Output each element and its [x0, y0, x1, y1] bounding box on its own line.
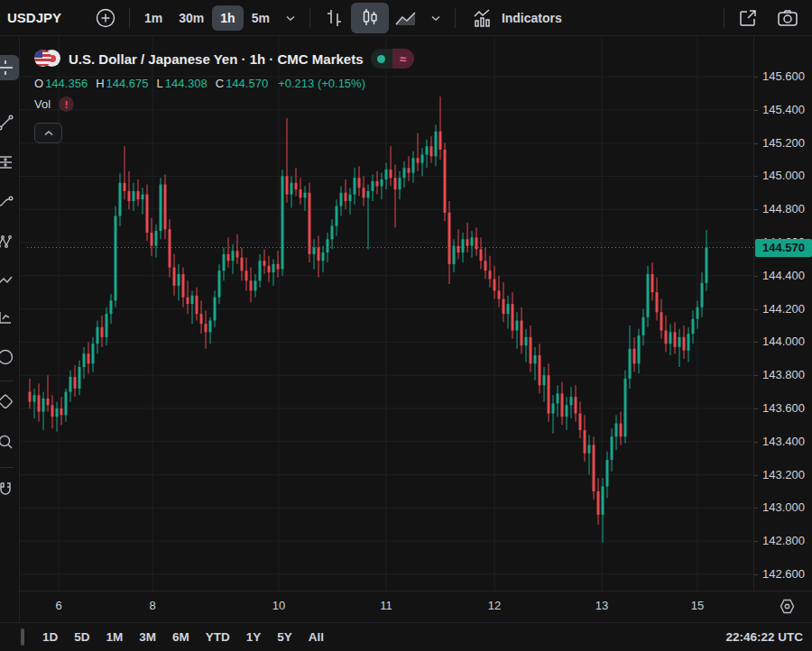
- compare-add-symbol-button[interactable]: [88, 5, 123, 31]
- price-tag-tool-button[interactable]: [0, 390, 19, 415]
- brush-tool-button[interactable]: [0, 189, 19, 215]
- timeframe-30m-button[interactable]: 30m: [171, 5, 212, 31]
- candle-down: [137, 191, 140, 199]
- drawing-toolbar: [0, 36, 20, 622]
- bar-chart-style-button[interactable]: [317, 5, 351, 31]
- candle-down: [494, 279, 496, 290]
- candle-up: [83, 353, 86, 367]
- candle-down: [88, 353, 90, 363]
- candle-down: [660, 312, 663, 330]
- bottom-toolbar: 1D 5D 1M 3M 6M YTD 1Y 5Y All 22:46:22 UT…: [0, 622, 812, 651]
- low-value: 144.308: [165, 77, 208, 90]
- candle-up: [624, 379, 627, 436]
- range-1d-button[interactable]: 1D: [34, 627, 66, 648]
- indicators-button[interactable]: Indicators: [462, 5, 571, 31]
- candle-up: [254, 280, 257, 290]
- candle-down: [417, 158, 420, 163]
- candle-down: [358, 178, 361, 188]
- candle-up: [615, 424, 618, 437]
- emoji-circle-icon: [0, 348, 14, 366]
- candle-down: [173, 268, 176, 286]
- candle-up: [453, 246, 456, 264]
- forecast-tool-button[interactable]: [0, 305, 19, 330]
- candle-up: [687, 334, 690, 350]
- toolbar-divider: [0, 467, 14, 468]
- timeframe-1h-button[interactable]: 1h: [212, 5, 243, 31]
- candle-down: [300, 189, 302, 197]
- candle-down: [656, 292, 659, 312]
- chart-style-menu-button[interactable]: [423, 5, 448, 31]
- camera-snapshot-button[interactable]: [770, 5, 805, 31]
- xabcd-pattern-tool-button[interactable]: [0, 229, 19, 254]
- collapse-legend-button[interactable]: [34, 123, 62, 143]
- candle-up: [525, 337, 528, 345]
- range-1y-button[interactable]: 1Y: [238, 627, 270, 648]
- candle-down: [444, 150, 447, 213]
- symbol-title[interactable]: U.S. Dollar / Japanese Yen · 1h · CMC Ma…: [69, 51, 364, 67]
- candle-down: [408, 168, 411, 173]
- range-6m-button[interactable]: 6M: [164, 627, 198, 648]
- candle-down: [430, 146, 433, 156]
- price-axis[interactable]: 144.570 145.600145.400145.200145.000144.…: [753, 36, 812, 591]
- time-axis[interactable]: 681011121315: [20, 591, 812, 622]
- candlestick-style-button[interactable]: [351, 3, 389, 33]
- currency-pair-flags-icon: [34, 50, 61, 68]
- candle-up: [259, 261, 262, 280]
- axis-settings-button[interactable]: [778, 597, 797, 616]
- candle-down: [597, 491, 600, 515]
- candle-down: [263, 261, 266, 266]
- candle-up: [701, 283, 704, 307]
- range-5y-button[interactable]: 5Y: [269, 627, 300, 648]
- candle-up: [142, 195, 144, 200]
- price-tick-label: 144.200: [754, 301, 812, 317]
- open-in-new-window-button[interactable]: [731, 5, 765, 31]
- candle-up: [69, 377, 72, 392]
- range-3m-button[interactable]: 3M: [131, 627, 164, 648]
- fib-retracement-tool-button[interactable]: [0, 150, 19, 175]
- candle-up: [692, 319, 695, 335]
- long-short-position-tool-button[interactable]: [0, 269, 19, 294]
- candle-down: [512, 304, 514, 330]
- candle-up: [381, 179, 383, 186]
- delayed-data-icon: ≈: [392, 49, 414, 69]
- timeframe-menu-button[interactable]: [278, 5, 303, 31]
- timeframe-1m-button[interactable]: 1m: [136, 5, 171, 31]
- candle-down: [318, 248, 320, 261]
- range-all-button[interactable]: All: [300, 627, 332, 648]
- candle-down: [196, 296, 198, 314]
- drawing-toolbar-handle[interactable]: [21, 628, 24, 646]
- candle-down: [480, 249, 483, 261]
- session-clock[interactable]: 22:46:22 UTC: [725, 630, 803, 644]
- market-status-pill[interactable]: ≈: [371, 49, 414, 69]
- indicators-label: Indicators: [502, 11, 562, 25]
- crosshair-tool-button[interactable]: [0, 55, 19, 80]
- candle-down: [633, 349, 636, 364]
- area-chart-style-button[interactable]: [389, 5, 423, 31]
- fib-retracement-icon: [0, 153, 14, 171]
- toolbar-divider: [309, 8, 310, 28]
- candle-down: [227, 254, 230, 261]
- volume-indicator-label[interactable]: Vol: [34, 97, 51, 111]
- candle-up: [160, 185, 162, 232]
- range-5d-button[interactable]: 5D: [66, 627, 97, 648]
- candle-up: [42, 399, 45, 412]
- chart-pane[interactable]: U.S. Dollar / Japanese Yen · 1h · CMC Ma…: [20, 36, 753, 591]
- candle-down: [268, 266, 271, 272]
- timeframe-5m-button[interactable]: 5m: [244, 5, 278, 31]
- emoji-tool-button[interactable]: [0, 344, 19, 370]
- range-1m-button[interactable]: 1M: [98, 627, 132, 648]
- trend-line-icon: [0, 114, 14, 132]
- magnet-tool-button[interactable]: [0, 476, 19, 501]
- zoom-in-tool-button[interactable]: [0, 429, 19, 454]
- volume-error-icon[interactable]: !: [59, 96, 74, 112]
- candle-up: [421, 154, 424, 162]
- candle-down: [187, 298, 189, 304]
- candle-down: [394, 178, 397, 189]
- candle-down: [530, 337, 532, 363]
- range-ytd-button[interactable]: YTD: [198, 627, 238, 648]
- candle-down: [539, 355, 541, 385]
- symbol-button[interactable]: USDJPY: [4, 10, 65, 25]
- trend-line-tool-button[interactable]: [0, 110, 19, 135]
- candle-up: [426, 146, 429, 154]
- candle-down: [295, 183, 298, 189]
